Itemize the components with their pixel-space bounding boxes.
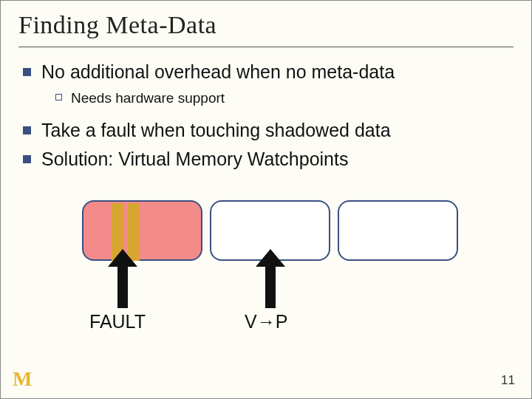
bullet-icon xyxy=(23,126,31,134)
bullet-icon xyxy=(23,68,31,76)
bullet-icon xyxy=(23,155,31,163)
bullet-1: No additional overhead when no meta-data xyxy=(18,61,514,83)
slide: Finding Meta-Data No additional overhead… xyxy=(0,0,532,399)
slide-body: No additional overhead when no meta-data… xyxy=(18,61,514,171)
arrow-labels: FAULT V→P xyxy=(82,265,466,361)
page-box xyxy=(338,200,458,261)
bullet-3: Solution: Virtual Memory Watchpoints xyxy=(18,148,514,171)
arrow-up-icon xyxy=(117,265,128,308)
logo-m: M xyxy=(13,367,29,391)
bullet-1a-text: Needs hardware support xyxy=(71,89,225,107)
bullet-2: Take a fault when touching shadowed data xyxy=(18,119,514,142)
arrow-up-icon xyxy=(265,265,276,308)
label-fault: FAULT xyxy=(89,311,146,332)
bullet-1a: Needs hardware support xyxy=(55,89,514,107)
label-vp: V→P xyxy=(245,311,287,332)
page-box-shadowed xyxy=(82,200,202,261)
sub-bullet-icon xyxy=(55,94,62,100)
slide-title: Finding Meta-Data xyxy=(18,7,514,47)
page-number: 11 xyxy=(501,373,515,388)
bullet-3-text: Solution: Virtual Memory Watchpoints xyxy=(41,148,348,171)
bullet-2-text: Take a fault when touching shadowed data xyxy=(41,119,391,142)
bullet-1-text: No additional overhead when no meta-data xyxy=(41,61,395,83)
